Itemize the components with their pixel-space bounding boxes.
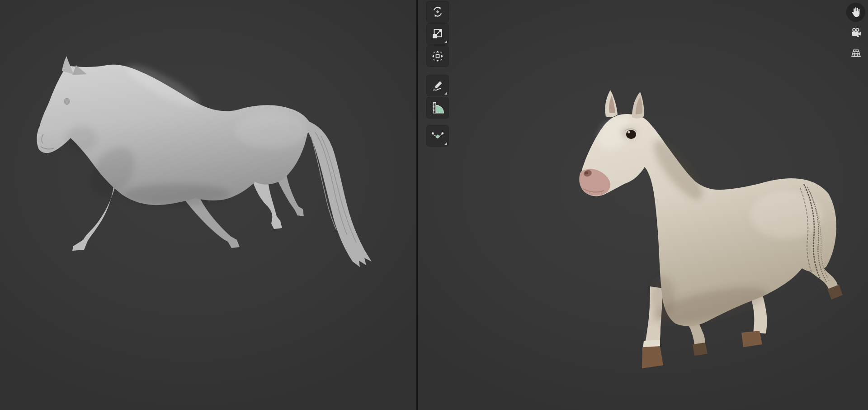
scale-icon [431,27,444,41]
horse-eye [64,98,70,105]
horse-ear-near [62,56,74,74]
transform-icon [431,49,444,63]
hand-icon [850,6,862,19]
horse-tail [304,121,372,267]
annotate-icon [431,79,444,92]
camera-view-button[interactable] [846,23,865,42]
rotate-tool-button[interactable] [427,1,448,22]
horse-model-textured[interactable] [574,84,850,378]
horse-nostril-inner [585,172,588,174]
transform-tool-button[interactable] [427,46,448,67]
submenu-indicator [444,92,447,95]
viewport-untextured[interactable] [0,0,416,410]
scale-tool-button[interactable] [427,24,448,44]
grid-icon [850,47,862,59]
horse-eye [626,130,636,139]
measure-icon [431,101,444,114]
measure-tool-button[interactable] [427,97,448,118]
viewport-nav-gizmos [846,3,865,64]
submenu-indicator [444,40,447,43]
viewport-textured[interactable] [418,0,868,410]
curve-pen-tool-button[interactable] [427,125,448,146]
horse-eye-highlight [627,131,630,133]
tool-column [427,1,448,148]
annotate-tool-button[interactable] [427,75,448,96]
pan-view-button[interactable] [846,3,865,22]
camera-icon [850,27,862,39]
grid-floor-button[interactable] [846,43,865,62]
horse-model-untextured[interactable] [27,45,384,281]
rotate-icon [431,5,444,19]
submenu-indicator [444,142,447,145]
curve-pen-icon [431,129,444,143]
